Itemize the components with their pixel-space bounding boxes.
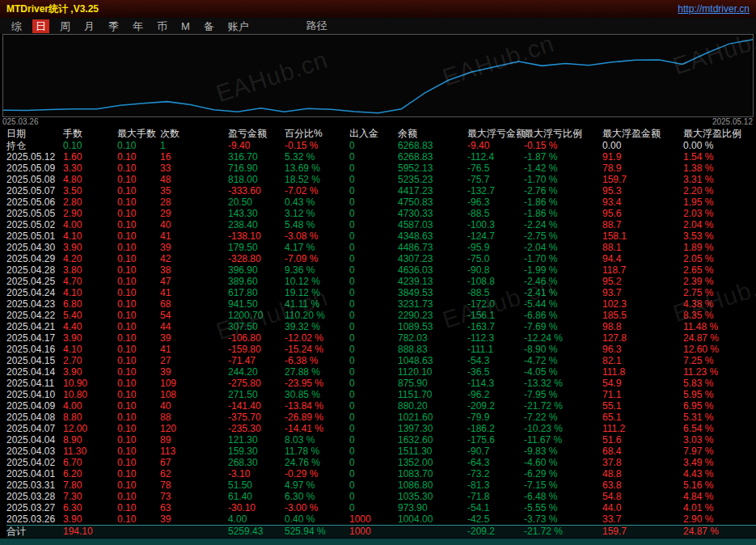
table-row[interactable]: 2025.04.088.800.1088-375.70-26.89 %01021… [6,412,756,423]
menu-item-3[interactable]: 周 [57,19,74,33]
menu-item-9[interactable]: 备 [201,19,218,33]
table-row[interactable]: 2025.05.014.100.1041-138.10-3.08 %04348.… [6,230,756,242]
table-row[interactable]: 2025.05.073.500.1035-333.60-7.02 %04417.… [6,185,756,196]
cell-value: -0.15 % [285,140,349,151]
cell-date: 2025.03.27 [6,502,63,513]
table-row[interactable]: 2025.04.026.700.1067268.3024.76 %01352.0… [6,457,756,468]
table-row[interactable]: 2025.05.093.300.1033716.9013.69 %05952.1… [6,163,756,174]
menu-item-4[interactable]: 月 [81,19,98,33]
menu-item-7[interactable]: 币 [154,19,171,33]
table-row[interactable]: 2025.03.276.300.1063-30.10-3.00 %0973.90… [6,502,756,513]
cell-value: -21.72 % [524,400,602,412]
cell-value: 51.50 [228,480,285,491]
equity-curve-line [3,40,753,113]
table-row[interactable]: 2025.04.143.900.1039244.2027.88 %01120.1… [6,366,756,378]
table-row[interactable]: 2025.05.062.800.102820.500.43 %04750.83-… [6,196,756,208]
cell-value: 3.90 [63,242,117,253]
cell-value: -375.70 [228,412,285,423]
table-row[interactable]: 2025.03.287.300.107361.406.30 %01035.30-… [6,491,756,502]
table-row[interactable]: 2025.04.164.100.1041-159.80-15.24 %0888.… [6,344,756,355]
table-row[interactable]: 2025.04.225.400.10541200.70110.20 %02290… [6,310,756,321]
cell-value: 0.10 [117,321,160,332]
table-row[interactable]: 2025.04.152.700.1027-71.47-6.38 %01048.6… [6,355,756,366]
table-row[interactable]: 2025.04.236.800.1068941.5041.11 %03231.7… [6,298,756,310]
cell-value: 7.97 % [683,446,756,457]
table-row[interactable]: 2025.04.1010.800.10108271.5030.85 %01151… [6,389,756,400]
table-row[interactable]: 2025.04.016.200.1062-3.10-0.29 %01083.70… [6,468,756,480]
cell-value: -13.84 % [285,400,349,412]
menu-item-6[interactable]: 年 [129,19,146,33]
cell-date: 2025.04.04 [6,434,63,446]
table-row[interactable]: 2025.04.244.100.1041617.8019.12 %03849.5… [6,287,756,298]
menu-item-10[interactable]: 账户 [225,19,252,33]
table-row[interactable]: 2025.04.048.900.1089121.308.03 %01632.60… [6,434,756,446]
table-row[interactable]: 2025.04.094.000.1040-141.40-13.84 %0880.… [6,400,756,412]
cell-value: 3.12 % [285,208,349,219]
menu-item-8[interactable]: M [178,19,193,33]
table-row[interactable]: 2025.04.214.400.1044307.5039.32 %01089.5… [6,321,756,332]
column-header[interactable]: 余额 [398,127,467,140]
column-header[interactable]: 次数 [160,127,228,140]
cell-value: 29 [160,208,228,219]
cell-value: 94.4 [602,253,683,264]
table-row[interactable]: 2025.04.173.900.1039-106.80-12.02 %0782.… [6,332,756,344]
table-row[interactable]: 2025.03.263.900.10394.000.40 %10001004.0… [6,513,756,525]
cell-date: 2025.04.02 [6,457,63,468]
cell-value: -88.5 [467,287,524,298]
cell-value: -1.87 % [524,151,602,163]
cell-value: 27.88 % [285,366,349,378]
table-row[interactable]: 2025.04.1110.900.10109-275.80-23.95 %087… [6,378,756,389]
menu-path-item[interactable]: 路径 [306,19,327,33]
column-header[interactable]: 最大浮亏比例 [524,127,602,140]
table-row[interactable]: 2025.04.0712.000.10120-235.30-14.41 %013… [6,423,756,434]
table-row[interactable]: 2025.04.254.700.1047389.6010.12 %04239.1… [6,276,756,287]
equity-chart-canvas [3,35,753,116]
cell-value: 0 [349,491,398,502]
menu-item-5[interactable]: 季 [105,19,122,33]
menu-item-1[interactable]: 综 [8,19,25,33]
column-header[interactable]: 最大浮盈金额 [602,127,683,140]
table-row[interactable]: 2025.05.084.800.1048818.0018.52 %05235.2… [6,174,756,185]
table-row[interactable]: 2025.05.121.600.1016316.705.32 %06268.83… [6,151,756,163]
column-header[interactable]: 日期 [6,127,63,140]
table-row[interactable]: 2025.04.303.900.1039179.504.17 %04486.73… [6,242,756,253]
cell-value: 0 [349,163,398,174]
total-row: 合计194.105259.43525.94 %1000-209.2-21.72 … [6,525,756,538]
table-row[interactable]: 2025.04.294.200.1042-328.80-7.09 %04307.… [6,253,756,264]
cell-value: 73 [160,491,228,502]
cell-value: -1.42 % [524,163,602,174]
column-header[interactable]: 最大手数 [117,127,160,140]
column-header[interactable]: 最大浮亏金额 [467,127,524,140]
cell-value: 62 [160,468,228,480]
cell-value: 4636.03 [398,264,467,276]
cell-value: 8.35 % [683,310,756,321]
cell-value: 5235.23 [398,174,467,185]
cell-value: 96.3 [602,344,683,355]
table-row[interactable]: 2025.03.317.800.107851.504.97 %01086.80-… [6,480,756,491]
cell-value: 875.90 [398,378,467,389]
column-header[interactable]: 手数 [63,127,117,140]
cell-value: 0.10 [117,446,160,457]
column-header[interactable]: 出入金 [349,127,398,140]
cell-value: 41.11 % [285,298,349,310]
horizontal-scrollbar[interactable] [0,539,756,545]
cell-value: 782.03 [398,332,467,344]
column-header[interactable]: 最大浮盈比例 [683,127,756,140]
cell-value: 89 [160,434,228,446]
table-row[interactable]: 2025.05.052.900.1029143.303.12 %04730.33… [6,208,756,219]
table-row[interactable]: 持仓0.100.101-9.40-0.15 %06268.83-9.40-0.1… [6,140,756,151]
cell-value: 63.8 [602,480,683,491]
cell-value: 41 [160,287,228,298]
cell-value: -209.2 [467,526,524,538]
cell-value: 47 [160,276,228,287]
column-header[interactable]: 百分比% [285,127,349,140]
table-row[interactable]: 2025.05.024.000.1040238.405.48 %04587.03… [6,219,756,230]
cell-value: 4730.33 [398,208,467,219]
table-row[interactable]: 2025.04.0311.300.10113159.3011.78 %01511… [6,446,756,457]
cell-value: -333.60 [228,185,285,196]
table-row[interactable]: 2025.04.283.800.1038396.909.36 %04636.03… [6,264,756,276]
column-header[interactable]: 盈亏金额 [228,127,285,140]
cell-value: 0 [349,366,398,378]
menu-item-2[interactable]: 日 [32,19,49,33]
website-link[interactable]: http://mtdriver.cn [678,3,750,15]
